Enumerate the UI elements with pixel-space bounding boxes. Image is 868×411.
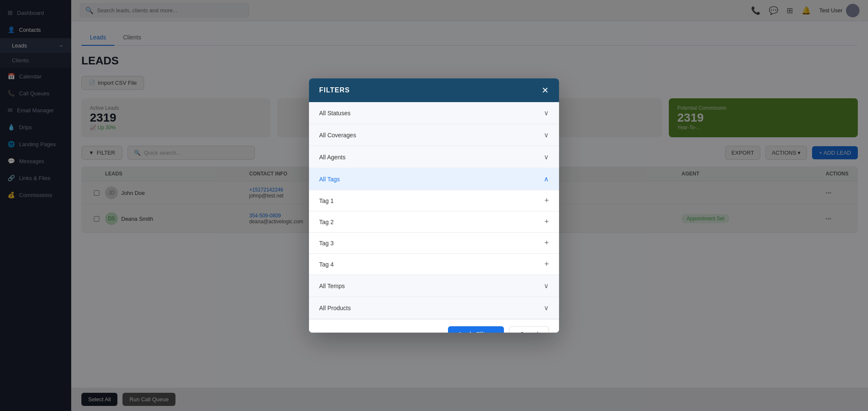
modal-title: FILTERS [319, 86, 350, 94]
plus-icon: + [544, 239, 549, 247]
tag-item-1[interactable]: Tag 1 + [309, 190, 559, 211]
chevron-down-icon: ∨ [544, 282, 549, 290]
filter-all-coverages[interactable]: All Coverages ∨ [309, 124, 559, 146]
modal-overlay: FILTERS ✕ All Statuses ∨ All Coverages ∨… [0, 0, 868, 411]
modal-close-button[interactable]: ✕ [542, 86, 549, 94]
filter-all-temps[interactable]: All Temps ∨ [309, 275, 559, 297]
filter-all-agents[interactable]: All Agents ∨ [309, 146, 559, 168]
tag-item-4[interactable]: Tag 4 + [309, 254, 559, 275]
chevron-down-icon: ∨ [544, 304, 549, 312]
plus-icon: + [544, 196, 549, 205]
chevron-down-icon: ∨ [544, 109, 549, 117]
apply-filters-button[interactable]: Apply Filters [448, 326, 504, 333]
tag-item-3[interactable]: Tag 3 + [309, 233, 559, 254]
modal-body: All Statuses ∨ All Coverages ∨ All Agent… [309, 102, 559, 319]
chevron-down-icon: ∨ [544, 153, 549, 161]
filter-all-tags[interactable]: All Tags ∧ [309, 168, 559, 190]
plus-icon: + [544, 260, 549, 269]
modal-footer: Apply Filters Cancel [309, 319, 559, 333]
plus-icon: + [544, 217, 549, 226]
chevron-down-icon: ∨ [544, 131, 549, 139]
tag-item-2[interactable]: Tag 2 + [309, 211, 559, 233]
cancel-button[interactable]: Cancel [509, 326, 549, 333]
filter-all-statuses[interactable]: All Statuses ∨ [309, 102, 559, 124]
modal-header: FILTERS ✕ [309, 78, 559, 102]
filter-all-products[interactable]: All Products ∨ [309, 297, 559, 319]
filters-modal: FILTERS ✕ All Statuses ∨ All Coverages ∨… [309, 78, 559, 333]
chevron-up-icon: ∧ [544, 175, 549, 183]
